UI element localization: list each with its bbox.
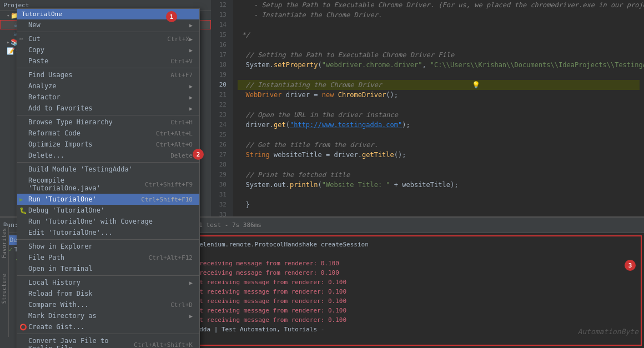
context-menu-title: TutorialOne (22, 11, 62, 18)
code-line-33 (238, 210, 640, 216)
menu-cut[interactable]: ✂ Cut Ctrl+X ▶ (17, 33, 199, 44)
menu-separator-2 (17, 68, 199, 68)
menu-create-gist[interactable]: ⭕ Create Gist... (17, 321, 199, 332)
tab-favorites[interactable]: Favorites (0, 226, 8, 260)
cut-icon: ✂ (19, 36, 23, 43)
code-line-30: System.out.println("Website Title: " + w… (238, 180, 640, 190)
code-line-24: driver.get("http://www.testingadda.com")… (238, 120, 640, 130)
editor-gutter: 12 13 14 15 16 17 18 19 20 21 22 23 24 2… (211, 0, 233, 216)
menu-refactor[interactable]: Refactor ▶ (17, 92, 199, 103)
menu-run-tutorial-one[interactable]: ▶ Run 'TutorialOne' Ctrl+Shift+F10 (17, 194, 199, 205)
left-vertical-tabs: Favorites Structure (0, 226, 9, 337)
code-line-16 (238, 40, 640, 50)
menu-convert-kotlin[interactable]: Convert Java File to Kotlin File Ctrl+Al… (17, 335, 199, 348)
tree-expand-icon: ▾ (7, 13, 9, 18)
menu-debug-tutorial-one[interactable]: 🐛 Debug 'TutorialOne' (17, 205, 199, 216)
favorites-arrow: ▶ (189, 105, 193, 112)
copy-arrow: ▶ (189, 47, 193, 53)
code-line-26: // Get the title from the driver. (238, 140, 640, 150)
menu-show-explorer[interactable]: Show in Explorer (17, 241, 199, 252)
menu-build-module[interactable]: Build Module 'TestingAdda' (17, 164, 199, 175)
code-line-32: } (238, 200, 640, 210)
scratches-icon: 📝 (7, 47, 15, 55)
badge-2: 2 (193, 149, 204, 160)
menu-separator-1 (17, 32, 199, 32)
menu-analyze[interactable]: Analyze ▶ (17, 80, 199, 92)
code-editor: 12 13 14 15 16 17 18 19 20 21 22 23 24 2… (211, 0, 644, 216)
menu-separator-4 (17, 162, 199, 163)
menu-browse-hierarchy[interactable]: Browse Type Hierarchy Ctrl+H (17, 117, 199, 128)
menu-reload-disk[interactable]: Reload from Disk (17, 288, 199, 299)
menu-separator-7 (17, 334, 199, 334)
menu-file-path[interactable]: File Path Ctrl+Alt+F12 (17, 252, 199, 263)
tree-expand-icon-2: ▸ (7, 39, 9, 45)
submenu-arrow: ▶ (189, 22, 193, 28)
code-line-18: System.setProperty("webdriver.chrome.dri… (238, 60, 640, 70)
cut-arrow: ▶ (189, 36, 193, 42)
menu-find-usages[interactable]: Find Usages Alt+F7 (17, 69, 199, 80)
code-line-21: WebDriver driver = new ChromeDriver(); (238, 90, 640, 100)
menu-open-terminal[interactable]: Open in Terminal (17, 263, 199, 274)
menu-recompile[interactable]: Recompile 'TutorialOne.java' Ctrl+Shift+… (17, 175, 199, 194)
code-line-23: // Open the URL in the driver instance (238, 110, 640, 120)
refactor-arrow: ▶ (189, 94, 193, 100)
code-line-12: - Setup the Path to Executable Chrome Dr… (238, 0, 640, 10)
code-line-29: // Print the fetched title (238, 170, 640, 180)
brand-watermark: AutomationByte (577, 327, 638, 336)
badge-3: 3 (625, 260, 636, 271)
badge-1: 1 (166, 11, 177, 22)
debug-icon: 🐛 (19, 207, 27, 214)
code-line-20: 💡 // Instantiating the Chrome Driver (238, 80, 640, 90)
code-line-14 (238, 20, 640, 30)
tab-structure[interactable]: Structure (0, 271, 8, 306)
code-line-13: - Instantiate the Chrome Driver. (238, 10, 640, 20)
menu-add-favorites[interactable]: Add to Favorites ▶ (17, 103, 199, 114)
run-icon: ▶ (19, 196, 23, 203)
context-menu: TutorialOne New ▶ ✂ Cut Ctrl+X ▶ Copy ▶ … (17, 8, 200, 348)
menu-delete[interactable]: Delete... Delete (17, 150, 199, 161)
code-line-22 (238, 100, 640, 110)
menu-run-coverage[interactable]: Run 'TutorialOne' with Coverage (17, 216, 199, 227)
menu-separator-5 (17, 239, 199, 240)
menu-separator-6 (17, 275, 199, 276)
editor-content[interactable]: - Setup the Path to Executable Chrome Dr… (233, 0, 644, 216)
analyze-arrow: ▶ (189, 83, 193, 89)
brand-text: AutomationByte (577, 327, 638, 336)
code-line-15: */ (238, 30, 640, 40)
code-line-27: String websiteTitle = driver.getTitle(); (238, 150, 640, 160)
menu-edit-config[interactable]: Edit 'TutorialOne'... (17, 227, 199, 238)
code-line-17: // Setting the Path to Executable Chrome… (238, 50, 640, 60)
github-icon: ⭕ (19, 324, 27, 331)
menu-reformat-code[interactable]: Reformat Code Ctrl+Alt+L (17, 128, 199, 139)
code-line-25 (238, 130, 640, 140)
menu-mark-directory[interactable]: Mark Directory as ▶ (17, 310, 199, 321)
menu-local-history[interactable]: Local History ▶ (17, 277, 199, 288)
mark-arrow: ▶ (189, 313, 193, 319)
check-icon-2: ✓ (9, 246, 13, 253)
menu-paste[interactable]: Paste Ctrl+V (17, 56, 199, 67)
menu-separator-3 (17, 115, 199, 115)
code-line-31 (238, 190, 640, 200)
menu-optimize-imports[interactable]: Optimize Imports Ctrl+Alt+O (17, 139, 199, 150)
menu-compare-with[interactable]: Compare With... Ctrl+D (17, 299, 199, 310)
history-arrow: ▶ (189, 280, 193, 286)
code-line-28 (238, 160, 640, 170)
menu-copy[interactable]: Copy ▶ (17, 44, 199, 56)
code-line-19 (238, 70, 640, 80)
lightbulb-icon: 💡 (472, 80, 480, 90)
